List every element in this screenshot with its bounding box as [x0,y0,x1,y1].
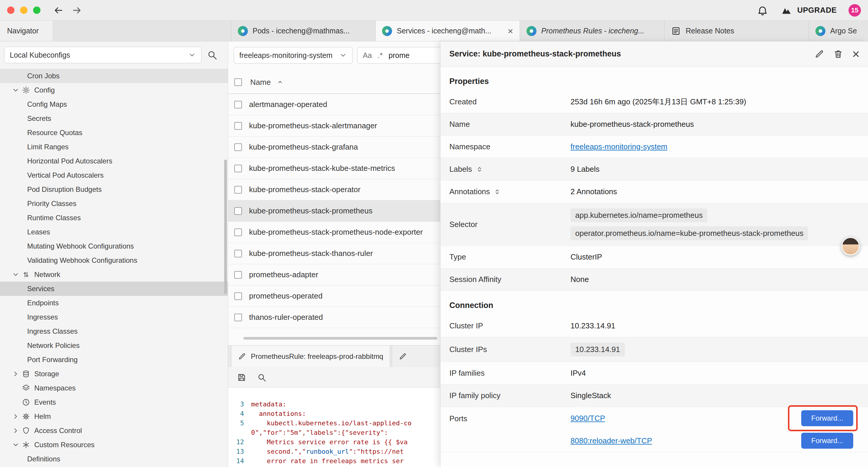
tab-close-icon[interactable]: × [507,26,513,36]
regex-toggle[interactable]: .* [378,51,383,60]
row-checkbox[interactable] [234,143,242,151]
sidebar-item-config[interactable]: Config [0,83,228,97]
editor-search-icon[interactable] [257,373,267,382]
property-label: IP families [450,369,570,378]
sidebar-item-definitions[interactable]: Definitions [0,452,228,466]
upgrade-button[interactable]: UPGRADE [780,4,837,16]
sidebar-item-config-maps[interactable]: Config Maps [0,97,228,111]
chevron-down-icon[interactable] [12,271,20,279]
namespaces-icon [22,384,30,392]
sidebar-item-namespaces[interactable]: Namespaces [0,381,228,395]
name-column-header[interactable]: Name [250,78,271,87]
delete-trash-icon[interactable] [833,49,843,59]
sidebar-item-mutating-webhook-configurations[interactable]: Mutating Webhook Configurations [0,239,228,253]
sidebar-item-custom-resources[interactable]: Custom Resources [0,438,228,452]
sidebar-item-cron-jobs[interactable]: Cron Jobs [0,69,228,83]
sidebar-item-label: Config [34,86,55,94]
property-label-text: IP families [450,369,485,378]
property-row-session-affinity: Session AffinityNone [440,268,868,291]
row-checkbox[interactable] [234,292,242,300]
sidebar-item-storage[interactable]: Storage [0,367,228,381]
sidebar-item-priority-classes[interactable]: Priority Classes [0,197,228,211]
property-row-namespace: Namespacefreeleaps-monitoring-system [440,136,868,158]
close-window-button[interactable] [7,6,14,14]
match-case-toggle[interactable]: Aa [363,51,372,60]
helm-icon [22,412,30,420]
dock-tab-prometheusrule-freeleaps-prod-rabbitmq[interactable]: PrometheusRule: freeleaps-prod-rabbitmq [231,346,390,367]
sidebar-item-resource-quotas[interactable]: Resource Quotas [0,126,228,140]
tab-argo-se[interactable]: Argo Se [809,21,868,41]
tab-pods-icecheng-mathmas[interactable]: Pods - icecheng@mathmas... [231,21,375,41]
chevron-right-icon[interactable] [12,370,20,378]
sidebar-item-pod-disruption-budgets[interactable]: Pod Disruption Budgets [0,182,228,197]
history-back-icon[interactable] [53,5,64,16]
sidebar-item-port-forwarding[interactable]: Port Forwarding [0,353,228,367]
horizontal-scrollbar[interactable] [243,337,437,340]
row-checkbox[interactable] [234,101,242,109]
tab-prometheus-rules-icecheng[interactable]: Prometheus Rules - icecheng... [520,21,664,41]
row-checkbox[interactable] [234,207,242,215]
maximize-window-button[interactable] [33,6,40,14]
tab-services-icecheng-math[interactable]: Services - icecheng@math...× [375,21,520,41]
row-checkbox[interactable] [234,271,242,279]
row-checkbox[interactable] [234,186,242,194]
port-forward-button[interactable]: Forward... [801,410,853,426]
row-checkbox[interactable] [234,250,242,258]
cluster-logo-icon [382,26,392,36]
notifications-bell-icon[interactable] [757,5,768,16]
sidebar-item-label: Resource Quotas [27,128,83,137]
expand-updown-icon[interactable] [476,166,483,173]
chevron-down-icon [339,52,347,59]
storage-icon [22,370,30,378]
sidebar-item-runtime-classes[interactable]: Runtime Classes [0,211,228,225]
edit-pencil-icon[interactable] [814,49,824,59]
notification-count-badge[interactable]: 15 [848,4,861,17]
history-forward-icon[interactable] [71,5,83,16]
port-link[interactable]: 9090/TCP [570,414,605,423]
row-checkbox[interactable] [234,122,242,130]
user-avatar[interactable] [841,237,860,255]
kubeconfig-source-value: Local Kubeconfigs [10,51,70,59]
sidebar-item-validating-webhook-configurations[interactable]: Validating Webhook Configurations [0,253,228,267]
close-drawer-icon[interactable]: × [852,48,860,61]
sidebar-item-leases[interactable]: Leases [0,225,228,239]
navigator-search-icon[interactable] [207,50,217,60]
save-floppy-icon[interactable] [237,373,246,382]
chevron-right-icon[interactable] [12,413,20,420]
navigator-pane-tab[interactable]: Navigator [0,21,53,41]
chevron-down-icon[interactable] [12,441,20,449]
property-label: IP family policy [450,391,570,400]
row-checkbox[interactable] [234,165,242,172]
sidebar-item-ingress-classes[interactable]: Ingress Classes [0,324,228,339]
property-label-text: Name [450,120,470,129]
sidebar-item-helm[interactable]: Helm [0,409,228,424]
namespace-select[interactable]: freeleaps-monitoring-system [234,47,352,63]
sidebar-item-network[interactable]: Network [0,267,228,282]
row-checkbox[interactable] [234,314,242,321]
sidebar-item-ingresses[interactable]: Ingresses [0,310,228,324]
port-forward-button[interactable]: Forward... [801,433,853,449]
property-label: Session Affinity [450,275,570,284]
chevron-right-icon[interactable] [12,427,20,435]
minimize-window-button[interactable] [20,6,28,14]
select-all-checkbox[interactable] [234,78,242,86]
sidebar-item-vertical-pod-autoscalers[interactable]: Vertical Pod Autoscalers [0,168,228,182]
sidebar-scrollbar[interactable] [224,159,227,294]
sidebar-item-network-policies[interactable]: Network Policies [0,339,228,353]
row-checkbox[interactable] [234,229,242,236]
sidebar-item-services[interactable]: Services [0,282,228,296]
chevron-down-icon[interactable] [12,86,20,94]
sidebar-item-access-control[interactable]: Access Control [0,424,228,438]
tab-release-notes[interactable]: Release Notes [664,21,809,41]
sort-ascending-icon[interactable] [277,79,284,86]
expand-updown-icon[interactable] [493,188,501,196]
sidebar-item-horizontal-pod-autoscalers[interactable]: Horizontal Pod Autoscalers [0,154,228,168]
namespace-link[interactable]: freeleaps-monitoring-system [570,142,668,151]
events-icon [22,398,30,406]
sidebar-item-endpoints[interactable]: Endpoints [0,296,228,310]
sidebar-item-secrets[interactable]: Secrets [0,111,228,126]
kubeconfig-source-select[interactable]: Local Kubeconfigs [4,47,202,63]
sidebar-item-limit-ranges[interactable]: Limit Ranges [0,140,228,154]
port-link[interactable]: 8080:reloader-web/TCP [570,436,652,445]
sidebar-item-events[interactable]: Events [0,395,228,409]
